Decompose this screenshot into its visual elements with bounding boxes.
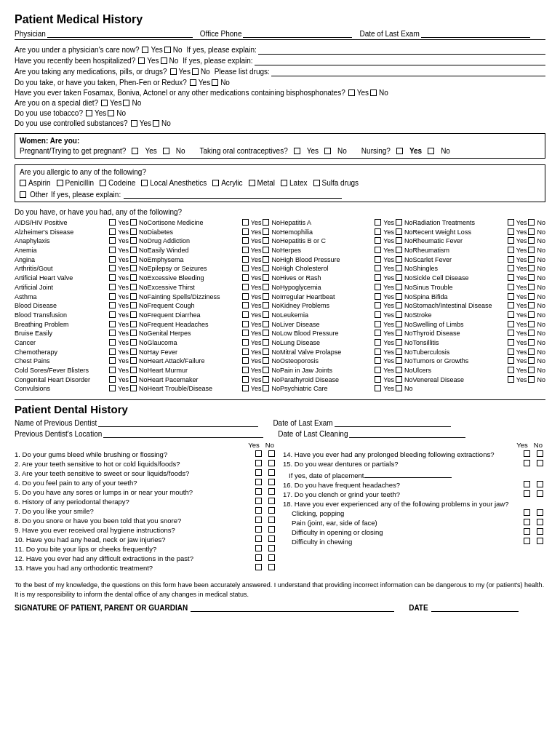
cond-no-0-5[interactable] xyxy=(130,265,137,271)
cond-no-1-5[interactable] xyxy=(263,265,269,271)
drq-no-8[interactable] xyxy=(537,528,543,535)
cond-yes-0-2[interactable] xyxy=(109,237,116,244)
date-sig-field[interactable] xyxy=(431,603,519,612)
mq-yes-2[interactable] xyxy=(170,68,177,75)
drq-yes-1[interactable] xyxy=(524,460,530,466)
cond-no-0-18[interactable] xyxy=(130,385,137,391)
mq-explain-0[interactable] xyxy=(258,46,545,55)
contra-no-checkbox[interactable] xyxy=(324,148,331,154)
pregnant-yes-checkbox[interactable] xyxy=(132,148,138,154)
cond-yes-2-10[interactable] xyxy=(375,311,381,318)
cond-yes-0-6[interactable] xyxy=(109,274,116,281)
mq-no-0[interactable] xyxy=(164,47,171,53)
dlq-yes-12[interactable] xyxy=(255,564,262,570)
cond-no-1-17[interactable] xyxy=(263,376,269,383)
cond-no-0-12[interactable] xyxy=(130,330,137,336)
cond-no-2-14[interactable] xyxy=(396,348,402,355)
cond-no-0-4[interactable] xyxy=(130,256,137,263)
mq-no-5[interactable] xyxy=(123,100,129,106)
cond-yes-0-18[interactable] xyxy=(109,385,116,391)
dlq-yes-1[interactable] xyxy=(255,460,262,466)
cond-yes-0-9[interactable] xyxy=(109,302,116,308)
dlq-yes-5[interactable] xyxy=(255,498,262,504)
cond-no-3-0[interactable] xyxy=(528,219,535,226)
cond-no-2-8[interactable] xyxy=(396,293,402,300)
cond-yes-3-6[interactable] xyxy=(508,274,514,281)
cond-yes-2-1[interactable] xyxy=(375,228,381,235)
cond-no-3-14[interactable] xyxy=(528,348,535,355)
cond-no-1-8[interactable] xyxy=(263,293,269,300)
cond-yes-0-3[interactable] xyxy=(109,247,116,253)
cond-no-0-9[interactable] xyxy=(130,302,137,308)
cond-no-2-3[interactable] xyxy=(396,247,402,253)
cond-yes-1-0[interactable] xyxy=(242,219,249,226)
dlq-no-9[interactable] xyxy=(268,535,275,542)
cond-yes-3-0[interactable] xyxy=(508,219,514,226)
cond-yes-0-15[interactable] xyxy=(109,357,116,364)
cond-yes-2-11[interactable] xyxy=(375,321,381,327)
cond-no-1-4[interactable] xyxy=(263,256,269,263)
prev-dentist-field[interactable] xyxy=(98,418,258,427)
drq-yes-8[interactable] xyxy=(524,528,530,535)
cond-no-2-16[interactable] xyxy=(396,367,402,373)
pregnant-no-checkbox[interactable] xyxy=(163,148,169,154)
cond-yes-1-6[interactable] xyxy=(242,274,249,281)
nursing-no-checkbox[interactable] xyxy=(428,148,434,154)
cond-yes-0-17[interactable] xyxy=(109,376,116,383)
dlq-no-6[interactable] xyxy=(268,507,275,514)
cond-no-1-12[interactable] xyxy=(263,330,269,336)
drq-no-3[interactable] xyxy=(537,481,543,487)
cond-yes-0-14[interactable] xyxy=(109,348,116,355)
dlq-yes-6[interactable] xyxy=(255,507,262,514)
cond-yes-3-13[interactable] xyxy=(508,339,514,346)
other-checkbox[interactable] xyxy=(20,191,26,198)
cond-no-2-6[interactable] xyxy=(396,274,402,281)
cond-no-0-17[interactable] xyxy=(130,376,137,383)
cond-yes-3-16[interactable] xyxy=(508,367,514,373)
mq-no-4[interactable] xyxy=(370,89,377,96)
cond-no-3-16[interactable] xyxy=(528,367,535,373)
cond-yes-3-17[interactable] xyxy=(508,376,514,383)
cond-no-2-1[interactable] xyxy=(396,228,402,235)
dlq-yes-8[interactable] xyxy=(255,526,262,533)
cond-yes-3-5[interactable] xyxy=(508,265,514,271)
cond-yes-3-9[interactable] xyxy=(508,302,514,308)
cond-yes-2-9[interactable] xyxy=(375,302,381,308)
allergy-cb-4[interactable] xyxy=(212,180,219,186)
dlq-no-3[interactable] xyxy=(268,479,275,485)
cond-yes-0-5[interactable] xyxy=(109,265,116,271)
cond-no-0-15[interactable] xyxy=(130,357,137,364)
dlq-no-7[interactable] xyxy=(268,517,275,523)
cond-no-3-4[interactable] xyxy=(528,256,535,263)
cond-yes-0-7[interactable] xyxy=(109,284,116,290)
dlq-yes-3[interactable] xyxy=(255,479,262,485)
drq-yes-6[interactable] xyxy=(524,509,530,516)
cond-no-2-9[interactable] xyxy=(396,302,402,308)
cond-no-3-13[interactable] xyxy=(528,339,535,346)
mq-no-7[interactable] xyxy=(153,120,159,127)
cond-no-1-6[interactable] xyxy=(263,274,269,281)
drq-yes-7[interactable] xyxy=(524,519,530,525)
cond-yes-0-16[interactable] xyxy=(109,367,116,373)
cond-yes-0-10[interactable] xyxy=(109,311,116,318)
cond-no-2-5[interactable] xyxy=(396,265,402,271)
cond-no-1-2[interactable] xyxy=(263,237,269,244)
cond-yes-2-8[interactable] xyxy=(375,293,381,300)
cond-no-2-0[interactable] xyxy=(396,219,402,226)
drq-no-7[interactable] xyxy=(537,519,543,525)
cond-no-3-12[interactable] xyxy=(528,330,535,336)
drq-no-9[interactable] xyxy=(537,538,543,544)
drq-yes-9[interactable] xyxy=(524,538,530,544)
mq-no-6[interactable] xyxy=(108,110,114,116)
drq-no-0[interactable] xyxy=(537,450,543,457)
dlq-no-0[interactable] xyxy=(268,450,275,457)
cond-no-1-7[interactable] xyxy=(263,284,269,290)
cond-no-1-1[interactable] xyxy=(263,228,269,235)
mq-yes-5[interactable] xyxy=(101,100,108,106)
cond-no-2-17[interactable] xyxy=(396,376,402,383)
cond-yes-0-4[interactable] xyxy=(109,256,116,263)
cond-no-3-10[interactable] xyxy=(528,311,535,318)
cond-yes-1-4[interactable] xyxy=(242,256,249,263)
cond-no-3-6[interactable] xyxy=(528,274,535,281)
mq-explain-1[interactable] xyxy=(255,57,545,65)
